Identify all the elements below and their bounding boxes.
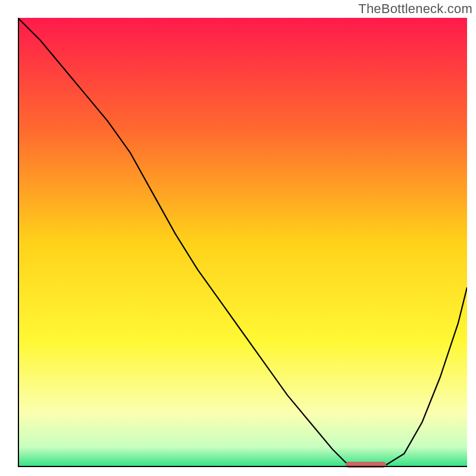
- gradient-background: [18, 18, 467, 467]
- y-axis: [18, 18, 19, 467]
- chart-canvas: TheBottleneck.com: [0, 0, 476, 476]
- x-axis: [18, 466, 467, 467]
- plot-area: [18, 18, 467, 467]
- gradient-and-curve: [18, 18, 467, 467]
- watermark-text: TheBottleneck.com: [358, 1, 472, 17]
